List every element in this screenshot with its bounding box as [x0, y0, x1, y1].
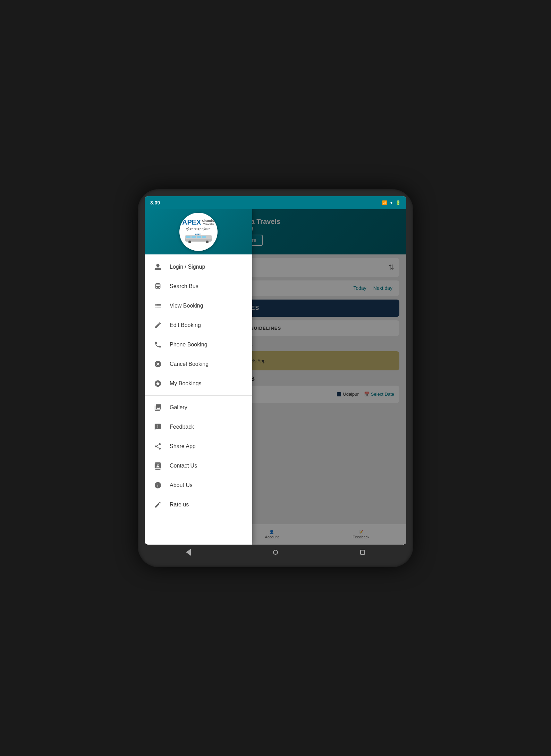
bus-icon [153, 282, 163, 291]
menu-item-cancel-booking[interactable]: Cancel Booking [145, 354, 252, 374]
cancel-booking-label: Cancel Booking [170, 361, 209, 367]
chandra-text: Chandra Travels [202, 219, 215, 226]
phone-icon [153, 340, 163, 350]
list-icon [153, 301, 163, 311]
login-label: Login / Signup [170, 264, 205, 270]
status-icons: 📶 ▼ 🔋 [382, 200, 401, 205]
share-app-label: Share App [170, 443, 196, 450]
about-us-label: About Us [170, 482, 193, 488]
menu-item-about-us[interactable]: About Us [145, 476, 252, 495]
wifi-icon: ▼ [389, 200, 393, 205]
menu-item-search-bus[interactable]: Search Bus [145, 277, 252, 296]
logo-apex: APEX Chandra Travels [182, 218, 215, 226]
navigation-drawer: APEX Chandra Travels एपेक्स चन्द्र ट्रेव… [145, 209, 252, 545]
home-icon [273, 550, 278, 555]
menu-divider [145, 395, 252, 396]
svg-point-7 [206, 241, 209, 243]
hindi-text: एपेक्स चन्द्र ट्रेवल्स [182, 227, 215, 231]
menu-item-my-bookings[interactable]: My Bookings [145, 374, 252, 393]
edit-booking-label: Edit Booking [170, 322, 201, 328]
logo-container: APEX Chandra Travels एपेक्स चन्द्र ट्रेव… [179, 213, 218, 251]
menu-item-share-app[interactable]: Share App [145, 437, 252, 456]
menu-item-edit-booking[interactable]: Edit Booking [145, 316, 252, 335]
gallery-icon [153, 403, 163, 412]
feedback-icon [153, 422, 163, 432]
svg-point-6 [188, 241, 191, 243]
logo: APEX Chandra Travels एपेक्स चन्द्र ट्रेव… [179, 216, 218, 248]
recents-icon [360, 550, 365, 555]
feedback-label: Feedback [170, 424, 194, 430]
device-nav-bar [145, 545, 406, 560]
rate-us-label: Rate us [170, 502, 189, 508]
status-bar: 3:09 📶 ▼ 🔋 [145, 196, 406, 209]
svg-rect-5 [202, 236, 206, 238]
contact-icon [153, 461, 163, 471]
svg-rect-4 [197, 236, 201, 238]
screen-content: nandra Travels ा ट्रेवल्स Bus Hire ⇅ Tod… [145, 209, 406, 545]
my-bookings-label: My Bookings [170, 380, 202, 387]
menu-item-feedback[interactable]: Feedback [145, 417, 252, 437]
search-bus-label: Search Bus [170, 283, 198, 289]
home-button[interactable] [270, 547, 281, 557]
sim-icon: 📶 [382, 200, 387, 205]
back-button[interactable] [183, 547, 194, 557]
status-time: 3:09 [150, 200, 160, 205]
battery-icon: 🔋 [396, 200, 401, 205]
screen: 3:09 📶 ▼ 🔋 nandra Travels ा ट्रेवल्स Bus… [145, 196, 406, 545]
drawer-menu: Login / Signup Search Bus [145, 254, 252, 545]
menu-item-view-booking[interactable]: View Booking [145, 296, 252, 316]
star-icon [153, 379, 163, 388]
person-icon [153, 262, 163, 272]
share-icon [153, 442, 163, 451]
info-icon [153, 480, 163, 490]
bus-illustration: APEX [185, 233, 212, 244]
mobile-device: 3:09 📶 ▼ 🔋 nandra Travels ा ट्रेवल्स Bus… [138, 189, 413, 567]
cancel-icon [153, 359, 163, 369]
edit-icon [153, 320, 163, 330]
svg-rect-2 [186, 236, 190, 238]
menu-item-login[interactable]: Login / Signup [145, 257, 252, 277]
contact-us-label: Contact Us [170, 463, 197, 469]
gallery-label: Gallery [170, 404, 187, 411]
phone-booking-label: Phone Booking [170, 342, 207, 348]
rate-icon [153, 500, 163, 510]
menu-item-phone-booking[interactable]: Phone Booking [145, 335, 252, 354]
menu-item-rate-us[interactable]: Rate us [145, 495, 252, 514]
menu-item-contact-us[interactable]: Contact Us [145, 456, 252, 476]
drawer-header: APEX Chandra Travels एपेक्स चन्द्र ट्रेव… [145, 209, 252, 254]
svg-rect-3 [192, 236, 196, 238]
apex-text: APEX [182, 218, 201, 226]
menu-item-gallery[interactable]: Gallery [145, 398, 252, 417]
view-booking-label: View Booking [170, 303, 203, 309]
recents-button[interactable] [357, 547, 368, 557]
back-icon [186, 549, 191, 556]
svg-text:APEX: APEX [195, 233, 201, 235]
